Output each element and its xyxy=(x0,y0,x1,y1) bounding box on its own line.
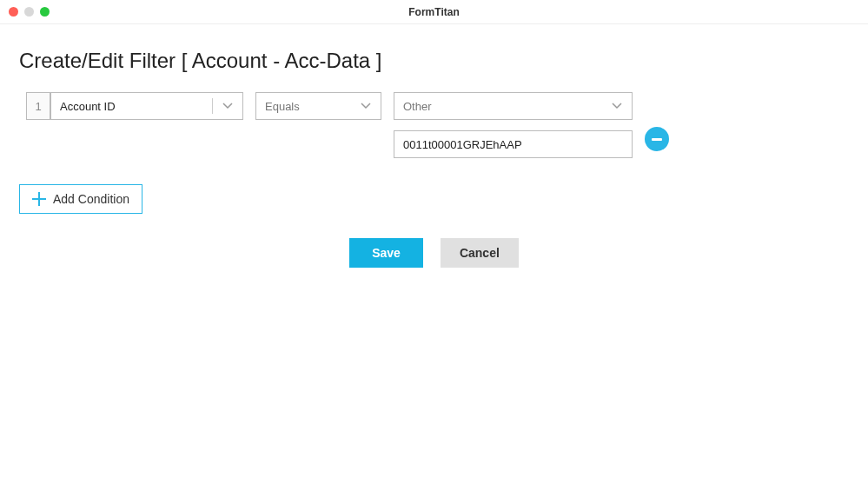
main-content: Create/Edit Filter [ Account - Acc-Data … xyxy=(0,24,868,292)
plus-icon xyxy=(32,192,46,206)
remove-condition-button[interactable] xyxy=(645,127,669,151)
condition-row: 1 Account ID Equals Other xyxy=(26,92,849,158)
add-condition-label: Add Condition xyxy=(53,192,129,206)
window-title: FormTitan xyxy=(408,6,459,18)
condition-index: 1 xyxy=(26,92,50,120)
chevron-down-icon xyxy=(360,100,372,112)
value-input[interactable] xyxy=(394,130,633,158)
value-type-select-value: Other xyxy=(403,100,611,113)
window-controls xyxy=(9,7,50,17)
save-button[interactable]: Save xyxy=(349,238,423,268)
action-buttons: Save Cancel xyxy=(19,238,849,268)
operator-select-value: Equals xyxy=(265,100,360,113)
chevron-down-icon xyxy=(222,100,234,112)
field-select-value: Account ID xyxy=(60,100,212,113)
operator-select[interactable]: Equals xyxy=(255,92,381,120)
field-select[interactable]: Account ID xyxy=(50,92,243,120)
add-condition-button[interactable]: Add Condition xyxy=(19,184,142,214)
minus-icon xyxy=(652,138,662,141)
close-window-button[interactable] xyxy=(9,7,18,17)
value-type-select[interactable]: Other xyxy=(394,92,633,120)
field-select-divider xyxy=(212,98,213,114)
minimize-window-button[interactable] xyxy=(24,7,34,17)
page-title: Create/Edit Filter [ Account - Acc-Data … xyxy=(19,49,849,73)
value-column: Other xyxy=(394,92,633,158)
cancel-button[interactable]: Cancel xyxy=(441,238,519,268)
window-titlebar: FormTitan xyxy=(0,0,868,24)
maximize-window-button[interactable] xyxy=(40,7,50,17)
chevron-down-icon xyxy=(611,100,623,112)
